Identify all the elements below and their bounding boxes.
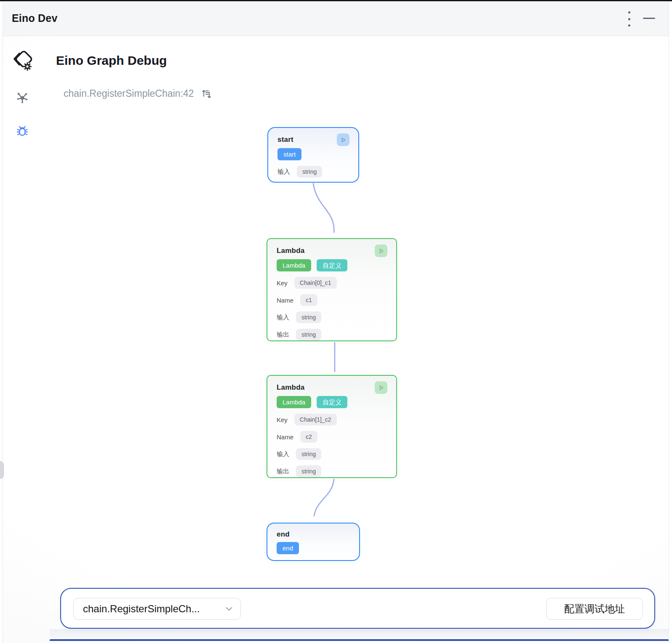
window-titlebar: Eino Dev	[3, 1, 669, 36]
node-field-row: Key Chain[1]_c2	[277, 414, 387, 425]
field-label: 输入	[277, 168, 290, 176]
chevron-down-icon	[225, 606, 233, 611]
node-lambda-1[interactable]: Lambda Lambda 自定义 Key Chain[0]_c1 Name c…	[267, 238, 397, 341]
field-label: Name	[277, 433, 293, 441]
field-label: Key	[277, 279, 288, 287]
node-type-tag: Lambda	[277, 259, 311, 271]
node-type-tag: end	[277, 542, 299, 554]
debug-bar: chain.RegisterSimpleCh... 配置调试地址	[60, 588, 655, 629]
field-value-pill: c2	[300, 431, 317, 443]
field-label: 输入	[277, 314, 289, 322]
field-label: 输出	[277, 331, 289, 339]
node-lambda-2[interactable]: Lambda Lambda 自定义 Key Chain[1]_c2 Name c…	[267, 375, 397, 478]
node-custom-tag: 自定义	[317, 396, 347, 408]
window-right-border	[669, 1, 669, 643]
configure-debug-address-button[interactable]: 配置调试地址	[546, 598, 643, 620]
kebab-menu-icon[interactable]	[625, 11, 633, 27]
field-value-pill: Chain[0]_c1	[294, 277, 337, 289]
node-field-row: 输入 string	[277, 448, 387, 460]
field-value-pill: string	[296, 311, 321, 323]
window-left-border	[3, 1, 3, 643]
node-custom-tag: 自定义	[317, 259, 347, 271]
sort-order-icon	[200, 88, 212, 100]
chain-reference-label: chain.RegisterSimpleChain:42	[64, 88, 194, 99]
play-icon	[378, 248, 384, 254]
node-field-row: 输入 string	[277, 166, 349, 178]
node-title: end	[277, 530, 350, 539]
debug-target-select-value: chain.RegisterSimpleCh...	[83, 603, 200, 615]
node-start[interactable]: start start 输入 string	[267, 127, 359, 183]
node-title: Lambda	[277, 247, 387, 255]
sidebar-item-graph[interactable]	[16, 91, 29, 106]
sort-order-button[interactable]	[200, 88, 212, 100]
node-end[interactable]: end end	[267, 523, 360, 561]
app-title: Eino Dev	[12, 12, 58, 24]
field-label: Name	[277, 297, 293, 304]
node-field-row: 输出 string	[277, 329, 387, 340]
field-value-pill: string	[297, 166, 322, 178]
play-icon	[378, 385, 384, 391]
field-value-pill: string	[296, 329, 321, 340]
node-field-row: 输入 string	[277, 311, 387, 323]
left-edge-drag-handle[interactable]	[0, 461, 4, 479]
node-field-row: Name c2	[277, 431, 387, 443]
window-top-edge	[0, 0, 672, 1]
run-node-button[interactable]	[375, 381, 387, 394]
play-icon	[340, 137, 347, 143]
field-label: 输入	[277, 450, 289, 458]
bottom-panel-shadow	[50, 629, 669, 639]
node-type-tag: start	[277, 148, 301, 160]
bottom-panel-divider	[50, 639, 669, 641]
run-node-button[interactable]	[375, 244, 387, 257]
node-type-tag: Lambda	[277, 396, 311, 408]
field-label: Key	[277, 416, 288, 423]
eino-dev-logo-icon	[12, 50, 36, 74]
minimize-icon[interactable]	[643, 18, 655, 19]
bug-icon	[16, 125, 29, 138]
field-value-pill: string	[296, 448, 321, 460]
field-label: 输出	[277, 468, 289, 476]
graph-nodes-icon	[16, 91, 29, 104]
sidebar-item-debug[interactable]	[16, 125, 29, 139]
node-field-row: Key Chain[0]_c1	[277, 277, 387, 289]
node-title: Lambda	[277, 383, 387, 392]
node-field-row: 输出 string	[277, 465, 387, 477]
field-value-pill: string	[296, 465, 321, 477]
field-value-pill: c1	[300, 294, 317, 306]
node-field-row: Name c1	[277, 294, 387, 306]
debug-target-select[interactable]: chain.RegisterSimpleCh...	[73, 598, 241, 620]
field-value-pill: Chain[1]_c2	[294, 414, 337, 425]
run-node-button[interactable]	[337, 133, 349, 146]
page-title: Eino Graph Debug	[56, 53, 167, 68]
